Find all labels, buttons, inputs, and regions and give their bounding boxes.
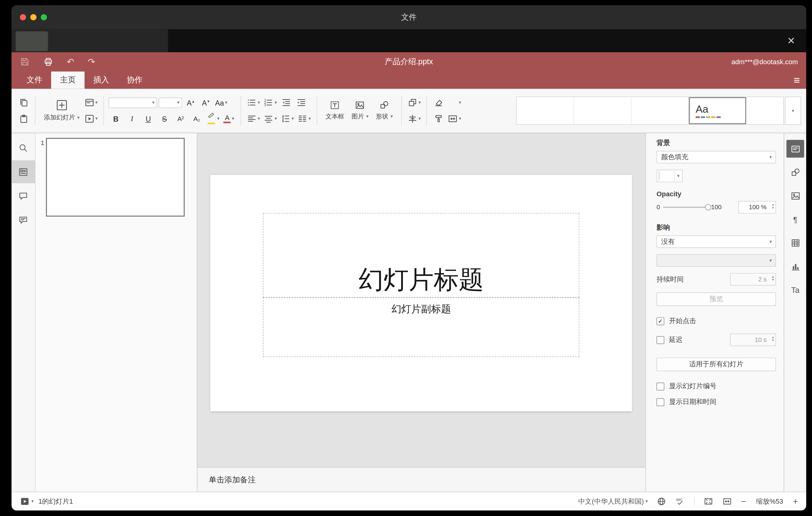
- start-on-click-checkbox[interactable]: ✓: [657, 317, 664, 325]
- document-language-button[interactable]: [657, 496, 666, 507]
- arrange-shape-button[interactable]: ▾: [406, 96, 422, 109]
- effect-type-select[interactable]: ▾: [657, 254, 776, 267]
- chart-settings-button[interactable]: [786, 257, 804, 275]
- save-button[interactable]: [20, 57, 30, 67]
- print-button[interactable]: [43, 57, 53, 67]
- font-color-button[interactable]: A ▾: [222, 112, 236, 125]
- align-shape-button[interactable]: ▾: [406, 112, 422, 125]
- fit-slide-button[interactable]: [704, 496, 714, 507]
- paste-button[interactable]: [17, 112, 30, 125]
- bullets-button[interactable]: ▾: [245, 96, 261, 109]
- insert-image-button[interactable]: 图片▾: [348, 100, 372, 121]
- superscript-button[interactable]: A²: [173, 112, 188, 125]
- redo-button[interactable]: ↷: [88, 56, 95, 67]
- copy-button[interactable]: [17, 96, 30, 109]
- line-spacing-button[interactable]: ▾: [280, 112, 295, 125]
- highlight-icon: [207, 114, 216, 124]
- spinner-icon[interactable]: ▴▾: [772, 203, 774, 209]
- spinner-icon[interactable]: ▴▾: [772, 336, 774, 342]
- spinner-icon[interactable]: ▴▾: [772, 275, 774, 281]
- theme-option-selected[interactable]: Aa: [689, 97, 746, 124]
- menu-icon[interactable]: ≡: [793, 71, 800, 89]
- add-slide-button[interactable]: 添加幻灯片▾: [40, 99, 83, 122]
- shape-settings-button[interactable]: [786, 163, 804, 181]
- tab-file[interactable]: 文件: [18, 71, 51, 89]
- bold-button[interactable]: B: [109, 112, 123, 125]
- clear-style-button[interactable]: [432, 96, 445, 109]
- image-settings-button[interactable]: [786, 187, 804, 205]
- theme-option-blank-3[interactable]: [632, 97, 689, 124]
- zoom-out-button[interactable]: −: [741, 496, 746, 506]
- tab-home[interactable]: 主页: [51, 71, 85, 89]
- slide-settings-icon: [790, 144, 800, 154]
- horizontal-align-button[interactable]: ▾: [245, 112, 261, 125]
- subtitle-placeholder[interactable]: 幻灯片副标题: [263, 297, 579, 357]
- print-icon: [43, 57, 53, 67]
- numbering-button[interactable]: 123 ▾: [263, 96, 278, 109]
- opacity-input[interactable]: 100 % ▴▾: [738, 201, 776, 213]
- delay-input[interactable]: 10 s ▴▾: [730, 334, 776, 346]
- slide-thumbnails-panel: 1: [35, 133, 197, 492]
- strikethrough-button[interactable]: S: [157, 112, 172, 125]
- delay-checkbox[interactable]: [657, 336, 664, 343]
- undo-button[interactable]: ↶: [67, 56, 74, 67]
- theme-option-blank-1[interactable]: [517, 97, 574, 124]
- language-select[interactable]: 中文(中华人民共和国) ▾: [578, 496, 647, 506]
- show-slide-number-checkbox[interactable]: [657, 382, 664, 390]
- show-date-time-checkbox[interactable]: [657, 398, 664, 406]
- copy-style-button[interactable]: [432, 112, 445, 125]
- paragraph-settings-button[interactable]: ¶: [786, 210, 804, 228]
- notes-area[interactable]: 单击添加备注: [197, 467, 645, 492]
- tab-collaboration[interactable]: 协作: [118, 71, 151, 89]
- decrease-indent-button[interactable]: [280, 96, 293, 109]
- feedback-button[interactable]: [11, 208, 35, 231]
- vertical-align-button[interactable]: ▾: [263, 112, 278, 125]
- decrease-font-button[interactable]: A▾: [199, 96, 212, 109]
- increase-indent-button[interactable]: [295, 96, 308, 109]
- font-size-combo[interactable]: ▾: [158, 97, 182, 108]
- tab-insert[interactable]: 插入: [85, 71, 118, 89]
- start-slideshow-status-button[interactable]: ▾: [20, 496, 34, 507]
- fill-type-select[interactable]: 颜色填充 ▾: [657, 151, 776, 164]
- subscript-button[interactable]: A₂: [190, 112, 204, 125]
- slides-panel-button[interactable]: [11, 160, 35, 183]
- theme-option-blank-4[interactable]: [746, 97, 783, 124]
- effect-select[interactable]: 没有 ▾: [657, 235, 776, 248]
- theme-gallery-expand-button[interactable]: ▾: [785, 96, 801, 125]
- opacity-slider-knob[interactable]: [705, 204, 711, 210]
- spellcheck-button[interactable]: ABC: [675, 496, 685, 507]
- font-name-combo[interactable]: ▾: [109, 97, 157, 108]
- theme-option-blank-2[interactable]: [574, 97, 632, 124]
- account-email[interactable]: adm***@dootask.com: [731, 58, 798, 66]
- italic-button[interactable]: I: [125, 112, 139, 125]
- fit-width-button[interactable]: [723, 496, 732, 507]
- highlight-color-button[interactable]: ▾: [206, 112, 221, 125]
- close-icon[interactable]: ×: [783, 33, 799, 49]
- underline-button[interactable]: U: [141, 112, 155, 125]
- minimize-window-button[interactable]: [30, 14, 36, 20]
- close-window-button[interactable]: [20, 14, 26, 20]
- increase-font-button[interactable]: A▴: [184, 96, 198, 109]
- insert-textbox-button[interactable]: 文本框: [322, 100, 348, 121]
- preview-button[interactable]: 预览: [657, 292, 776, 306]
- fill-color-picker[interactable]: ▾: [657, 170, 683, 182]
- change-case-button[interactable]: Aa ▾: [214, 96, 229, 109]
- comments-button[interactable]: [11, 184, 35, 207]
- apply-to-all-slides-button[interactable]: 适用于所有幻灯片: [657, 358, 776, 371]
- duration-input[interactable]: 2 s ▴▾: [730, 273, 776, 286]
- slide-thumbnail-1[interactable]: [46, 138, 185, 217]
- title-placeholder[interactable]: 幻灯片标题: [263, 213, 579, 297]
- start-slideshow-button[interactable]: ▾: [83, 112, 99, 125]
- slide-size-button[interactable]: ▾: [447, 112, 462, 125]
- columns-button[interactable]: ▾: [296, 112, 312, 125]
- insert-shape-button[interactable]: 形状▾: [372, 100, 397, 121]
- zoom-in-button[interactable]: +: [793, 496, 798, 506]
- slide-settings-button[interactable]: [786, 140, 804, 158]
- color-scheme-button[interactable]: ▾: [447, 96, 462, 109]
- search-button[interactable]: [11, 136, 35, 159]
- zoom-window-button[interactable]: [41, 14, 47, 20]
- change-layout-button[interactable]: ▾: [83, 96, 99, 109]
- opacity-slider[interactable]: [663, 207, 708, 208]
- table-settings-button[interactable]: [786, 234, 804, 252]
- textart-settings-button[interactable]: Ta: [786, 281, 804, 299]
